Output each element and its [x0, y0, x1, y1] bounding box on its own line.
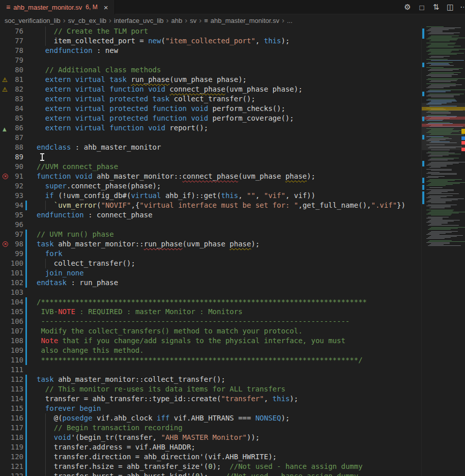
- code-line[interactable]: 78 endfunction : new: [0, 46, 421, 55]
- code-line[interactable]: 76 // Create the TLM port: [0, 26, 421, 36]
- code-line[interactable]: 116 @(posedge vif.ahb_clock iff vif.AHB_…: [0, 413, 421, 423]
- modified-line-indicator: [25, 307, 27, 317]
- line-number: 121: [0, 462, 23, 471]
- code-line[interactable]: 83 extern virtual protected task collect…: [0, 94, 421, 104]
- breadcrumb-item[interactable]: sv: [190, 17, 196, 24]
- code-line[interactable]: 93 if (!uvm_config_db#(virtual ahb_if)::…: [0, 191, 421, 201]
- code-line[interactable]: 101 join_none: [0, 268, 421, 278]
- code-line[interactable]: 98✕task ahb_master_monitor::run_phase(uv…: [0, 239, 421, 249]
- minimap-line: [428, 70, 453, 71]
- split-editor-icon[interactable]: ◫: [446, 3, 455, 12]
- minimap-line: [428, 241, 465, 242]
- minimap-line: [426, 181, 448, 182]
- minimap-line: [431, 113, 451, 114]
- minimap-line: [429, 228, 458, 229]
- code-line[interactable]: 96: [0, 220, 421, 230]
- code-line[interactable]: 84 extern virtual protected function voi…: [0, 104, 421, 114]
- minimap-line: [429, 155, 449, 155]
- modified-line-indicator: [25, 394, 27, 404]
- line-number: 113: [0, 384, 23, 394]
- code-line[interactable]: 79: [0, 55, 421, 65]
- code-line[interactable]: 99 fork: [0, 249, 421, 259]
- line-number: 78: [0, 46, 23, 55]
- code-line[interactable]: 77 item_collected_port = new("item_colle…: [0, 36, 421, 46]
- code-line[interactable]: 87: [0, 133, 421, 143]
- minimap-line: [429, 187, 443, 188]
- code-line[interactable]: 103: [0, 288, 421, 297]
- code-lines[interactable]: 76 // Create the TLM port77 item_collect…: [0, 26, 421, 476]
- code-line[interactable]: 104/************************************…: [0, 297, 421, 307]
- modified-line-indicator: [25, 346, 27, 355]
- compare-changes-icon[interactable]: ⇅: [431, 3, 441, 12]
- code-line[interactable]: 122 transfer.burst = ahb_burst_kind'(0);…: [0, 471, 421, 476]
- minimap-line: [428, 225, 459, 226]
- tab-close-icon[interactable]: ×: [104, 4, 108, 11]
- line-number: 94: [0, 201, 23, 210]
- minimap-line: [428, 245, 461, 246]
- line-number: 100: [0, 259, 23, 268]
- minimap-line: [428, 139, 446, 140]
- line-number: 111: [0, 365, 23, 375]
- code-line[interactable]: 108 Note that if you change/add signals …: [0, 336, 421, 346]
- code-line[interactable]: 118 void'(begin_tr(transfer, "AHB MASTER…: [0, 433, 421, 442]
- code-line[interactable]: 82⚠ extern virtual function void connect…: [0, 85, 421, 94]
- code-line[interactable]: 107 Modify the collect_transfers() metho…: [0, 326, 421, 336]
- minimap-line: [431, 174, 457, 175]
- code-line[interactable]: 85 extern virtual protected function voi…: [0, 114, 421, 123]
- code-line[interactable]: 115 forever begin: [0, 404, 421, 413]
- breadcrumb-item[interactable]: sv_cb_ex_lib: [68, 17, 106, 24]
- minimap-line: [428, 103, 447, 103]
- code-line[interactable]: 90//UVM connect_phase: [0, 162, 421, 172]
- code-line[interactable]: 89: [0, 152, 421, 162]
- code-line[interactable]: 114 transfer = ahb_transfer::type_id::cr…: [0, 394, 421, 404]
- settings-gear-icon[interactable]: ⚙: [403, 3, 412, 12]
- breadcrumb-item-file[interactable]: ahb_master_monitor.sv: [211, 17, 279, 24]
- minimap-line: [429, 220, 460, 220]
- breadcrumb-item[interactable]: ahb: [171, 17, 183, 24]
- overview-ruler-mark: [461, 148, 465, 151]
- code-line[interactable]: 109 also change this method.: [0, 346, 421, 355]
- line-number: 79: [0, 55, 23, 65]
- code-line[interactable]: 117 // Begin transaction recording: [0, 423, 421, 433]
- code-line[interactable]: 86▲ extern virtual function void report(…: [0, 123, 421, 133]
- minimap[interactable]: [421, 26, 465, 476]
- error-icon: ✕: [3, 241, 8, 247]
- minimap-line: [431, 44, 455, 44]
- tab-ahb-master-monitor[interactable]: ≡ ahb_master_monitor.sv 6, M ×: [0, 0, 115, 14]
- code-line[interactable]: 119 transfer.address = vif.AHB_HADDR;: [0, 442, 421, 452]
- code-line[interactable]: 91✕function void ahb_master_monitor::con…: [0, 172, 421, 181]
- code-line[interactable]: 112task ahb_master_monitor::collect_tran…: [0, 375, 421, 384]
- modified-line-indicator: [25, 249, 27, 259]
- code-line[interactable]: 121 transfer.hsize = ahb_transfer_size'(…: [0, 462, 421, 471]
- code-line[interactable]: 102endtask : run_phase: [0, 278, 421, 288]
- code-line[interactable]: 105 IVB-NOTE : REQUIRED : master Monitor…: [0, 307, 421, 317]
- code-line[interactable]: 100 collect_transfer();: [0, 259, 421, 268]
- code-line[interactable]: 95endfunction : connect_phase: [0, 210, 421, 220]
- code-line[interactable]: 81⚠ extern virtual task run_phase(uvm_ph…: [0, 75, 421, 85]
- breadcrumb-item-symbol[interactable]: ...: [287, 17, 293, 24]
- code-line[interactable]: 88endclass : ahb_master_monitor: [0, 143, 421, 152]
- breadcrumb-item[interactable]: interface_uvc_lib: [114, 17, 164, 24]
- code-line[interactable]: 110 ************************************…: [0, 355, 421, 365]
- line-number: 89: [0, 152, 23, 162]
- minimap-line: [429, 65, 454, 66]
- tab-bar: ≡ ahb_master_monitor.sv 6, M × ⚙ □ ⇅ ◫ ⋯: [0, 0, 465, 14]
- more-actions-icon[interactable]: ⋯: [460, 3, 464, 12]
- square-icon[interactable]: □: [417, 3, 426, 12]
- minimap-line: [429, 179, 462, 180]
- breadcrumb-item[interactable]: soc_verification_lib: [5, 17, 61, 24]
- code-line[interactable]: 80 // Additional class methods: [0, 65, 421, 75]
- code-editor[interactable]: 76 // Create the TLM port77 item_collect…: [0, 26, 465, 476]
- code-line[interactable]: 120 transfer.direction = ahb_direction'(…: [0, 452, 421, 462]
- code-line[interactable]: 97// UVM run() phase: [0, 230, 421, 239]
- code-line[interactable]: 113 // This monitor re-uses its data ite…: [0, 384, 421, 394]
- modified-line-indicator: [25, 375, 27, 384]
- minimap-line: [428, 233, 446, 234]
- line-number: 102: [0, 278, 23, 288]
- code-line[interactable]: 106 ------------------------------------…: [0, 317, 421, 326]
- line-number: 77: [0, 36, 23, 46]
- minimap-line: [426, 234, 440, 235]
- code-line[interactable]: 111: [0, 365, 421, 375]
- code-line[interactable]: 92 super.connect_phase(phase);: [0, 181, 421, 191]
- code-line[interactable]: 94 `uvm_error("NOVIF",{"virtual interfac…: [0, 201, 421, 210]
